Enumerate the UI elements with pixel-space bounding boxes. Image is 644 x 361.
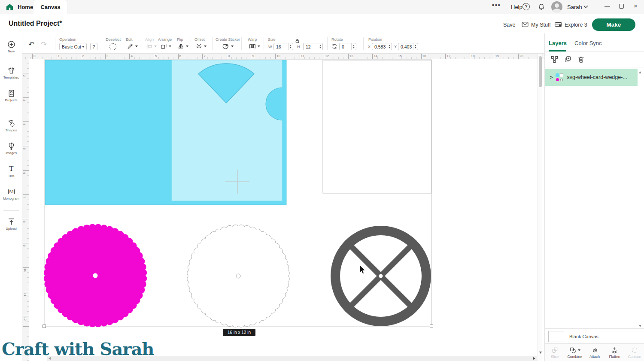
layer-item-selected[interactable]: > svg-wheel-card-wedge-... <box>545 69 638 86</box>
layer-name: svg-wheel-card-wedge-... <box>567 74 627 80</box>
duplicate-icon[interactable] <box>564 55 572 64</box>
window-minimize-button[interactable] <box>605 6 610 7</box>
save-button[interactable]: Save <box>503 22 516 28</box>
height-stepper[interactable] <box>318 43 322 50</box>
layers-scroll-down-icon[interactable] <box>639 325 641 327</box>
width-input[interactable]: 16 <box>273 43 293 50</box>
layers-panel: Layers Color Sync > svg-wheel-card-wedge… <box>544 33 644 361</box>
position-y-input[interactable]: 0.403 <box>398 43 418 50</box>
slice-icon <box>551 346 559 354</box>
horizontal-ruler: 01234567891011121314151617181920 <box>22 54 544 59</box>
flip-caret-icon[interactable] <box>186 46 188 47</box>
scroll-down-arrow-icon[interactable] <box>539 352 542 354</box>
deselect-button[interactable] <box>109 43 116 50</box>
notifications-bell-icon[interactable] <box>537 3 546 11</box>
offset-icon[interactable] <box>195 42 203 50</box>
combine-button[interactable]: Combine <box>565 344 584 361</box>
warp-icon[interactable] <box>249 43 256 50</box>
text-icon: T <box>7 164 16 173</box>
arrange-label: Arrange <box>158 37 172 42</box>
rotate-stepper[interactable] <box>351 43 356 50</box>
height-input[interactable]: 12 <box>303 43 323 50</box>
home-tab[interactable]: Home <box>6 0 33 14</box>
tab-color-sync[interactable]: Color Sync <box>574 40 602 46</box>
blank-canvas-row[interactable]: Blank Canvas <box>545 329 644 343</box>
templates-shirt-icon <box>7 66 16 75</box>
layer-thumbnail <box>556 73 564 82</box>
create-sticker-icon[interactable] <box>222 42 230 50</box>
group-icon[interactable] <box>550 55 559 64</box>
edit-caret-icon[interactable] <box>135 46 138 47</box>
shapes-icon <box>7 119 16 128</box>
align-label: Align <box>145 37 154 42</box>
rotate-input[interactable]: 0 <box>339 43 356 50</box>
width-stepper[interactable] <box>288 43 293 50</box>
width-label: W <box>268 45 272 49</box>
size-lock-icon[interactable] <box>295 38 300 44</box>
chevron-down-icon[interactable] <box>583 5 588 9</box>
layer-actions-bar: Slice Combine Attach Flatten <box>545 343 644 361</box>
design-canvas[interactable]: 01234567891011121314151617181920 2345678… <box>22 54 544 361</box>
tab-layers[interactable]: Layers <box>549 40 567 46</box>
vertical-ruler: 23456789101112 <box>22 59 29 361</box>
undo-button[interactable]: ↶ <box>28 40 34 49</box>
project-header-bar: Untitled Project* Save My Stuff Explore … <box>0 14 644 33</box>
layer-expand-chevron-icon[interactable]: > <box>550 75 553 80</box>
edit-label: Edit <box>126 37 133 42</box>
sidebar-item-shapes[interactable]: Shapes <box>0 119 22 132</box>
delete-trash-icon[interactable] <box>577 55 585 64</box>
attach-button[interactable]: Attach <box>585 344 605 361</box>
help-icon[interactable]: ? <box>522 3 530 10</box>
layers-scroll-up-icon[interactable] <box>639 71 641 73</box>
rotate-icon[interactable] <box>331 43 338 50</box>
help-label[interactable]: Help <box>511 4 522 10</box>
canvas-shape-wheel[interactable] <box>331 226 431 326</box>
canvas-tab[interactable]: Canvas <box>33 0 67 14</box>
sidebar-item-monogram[interactable]: M Monogram <box>0 187 22 200</box>
operation-select[interactable]: Basic Cut <box>59 43 87 50</box>
operation-help-button[interactable]: ? <box>90 43 97 50</box>
selection-handle-bottom-right[interactable] <box>430 325 433 328</box>
explore-3-button[interactable]: Explore 3 <box>565 22 587 28</box>
project-title: Untitled Project* <box>9 20 62 27</box>
flip-label: Flip <box>177 37 183 42</box>
vertical-scrollbar-thumb[interactable] <box>539 56 542 87</box>
svg-text:M: M <box>9 188 14 194</box>
create-sticker-label: Create Sticker <box>216 37 240 42</box>
sidebar-item-upload[interactable]: Upload <box>0 217 22 231</box>
images-balloon-icon <box>7 142 16 151</box>
arrange-caret-icon[interactable] <box>169 46 171 47</box>
flatten-button[interactable]: Flatten <box>605 344 624 361</box>
craft-with-sarah-watermark: Craft with Sarah <box>2 339 154 359</box>
user-name[interactable]: Sarah <box>567 4 582 10</box>
vertical-scrollbar[interactable] <box>538 54 542 361</box>
canvas-shape-white-card[interactable] <box>323 60 431 193</box>
window-maximize-button[interactable] <box>619 4 624 9</box>
flip-icon[interactable] <box>177 42 185 50</box>
svg-text:T: T <box>9 165 13 173</box>
offset-caret-icon[interactable] <box>204 46 207 47</box>
edit-pencil-icon[interactable] <box>127 42 134 50</box>
create-sticker-caret-icon[interactable] <box>231 46 234 47</box>
warp-caret-icon[interactable] <box>258 46 260 47</box>
window-close-button[interactable]: × <box>634 2 638 9</box>
align-icon <box>146 43 153 50</box>
deselect-label: Deselect <box>106 37 121 42</box>
position-x-input[interactable]: 0.583 <box>372 43 392 50</box>
sidebar-item-text[interactable]: T Text <box>0 164 22 178</box>
scroll-right-arrow-icon[interactable] <box>533 357 535 360</box>
slice-button: Slice <box>545 344 565 361</box>
sidebar-item-new[interactable]: New <box>0 40 22 53</box>
sidebar-item-images[interactable]: Images <box>0 142 22 155</box>
sidebar-item-projects[interactable]: Projects <box>0 89 22 102</box>
selection-handle-bottom-left[interactable] <box>43 325 46 328</box>
position-y-stepper[interactable] <box>413 43 418 50</box>
overflow-menu-icon[interactable]: ••• <box>492 2 501 9</box>
arrange-icon[interactable] <box>160 42 167 50</box>
position-x-stepper[interactable] <box>387 43 392 50</box>
user-avatar[interactable] <box>551 1 562 12</box>
size-label: Size <box>268 37 276 42</box>
make-button[interactable]: Make <box>592 18 635 31</box>
my-stuff-button[interactable]: My Stuff <box>531 22 551 28</box>
sidebar-item-templates[interactable]: Templates <box>0 66 22 79</box>
